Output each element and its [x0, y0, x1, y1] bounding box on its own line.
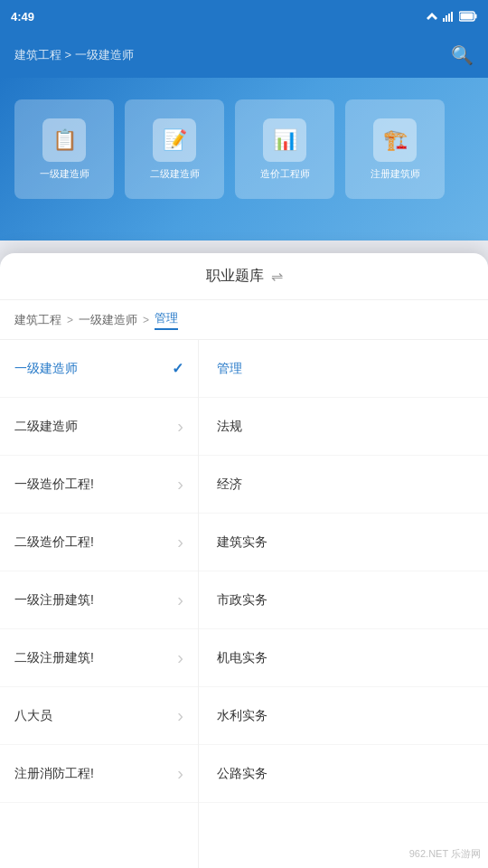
svg-rect-1	[443, 18, 445, 22]
left-item-text-3: 二级造价工程!	[14, 534, 177, 551]
battery-icon	[459, 11, 477, 22]
left-item-icon-4: ›	[177, 590, 183, 610]
right-item-text-1: 法规	[217, 419, 242, 435]
svg-marker-0	[427, 13, 437, 20]
left-item-text-0: 一级建造师	[14, 361, 172, 377]
hero-card-2[interactable]: 📝 二级建造师	[125, 99, 224, 199]
right-item-text-3: 建筑实务	[217, 534, 267, 551]
hero-cards-row: 📋 一级建造师 📝 二级建造师 📊 造价工程师 🏗️ 注册建筑师	[0, 78, 488, 206]
right-item-text-4: 市政实务	[217, 592, 267, 609]
hero-card-2-icon: 📝	[153, 118, 196, 162]
sheet-header: 职业题库 ⇌	[0, 253, 488, 300]
left-item-7[interactable]: 注册消防工程!›	[0, 745, 198, 803]
sheet-title: 职业题库	[206, 267, 264, 286]
left-item-icon-2: ›	[177, 474, 183, 495]
status-time: 4:49	[11, 10, 34, 24]
search-icon[interactable]: 🔍	[451, 44, 474, 66]
right-item-6[interactable]: 水利实务	[199, 687, 488, 745]
breadcrumb-sep-2: >	[143, 314, 149, 326]
right-item-0[interactable]: 管理	[199, 340, 488, 398]
hero-card-1[interactable]: 📋 一级建造师	[14, 99, 114, 199]
right-item-2[interactable]: 经济	[199, 456, 488, 514]
header-breadcrumb: 建筑工程 > 一级建造师	[14, 47, 134, 63]
left-item-6[interactable]: 八大员›	[0, 687, 198, 745]
swap-icon[interactable]: ⇌	[271, 268, 283, 285]
right-item-text-7: 公路实务	[217, 766, 267, 782]
app-header: 建筑工程 > 一级建造师 🔍	[0, 33, 488, 78]
left-item-text-6: 八大员	[14, 708, 177, 724]
hero-card-1-label: 一级建造师	[40, 167, 89, 181]
left-item-text-1: 二级建造师	[14, 419, 177, 435]
status-bar: 4:49	[0, 0, 488, 33]
svg-rect-2	[446, 15, 447, 22]
hero-card-3-icon: 📊	[263, 118, 306, 162]
hero-card-3[interactable]: 📊 造价工程师	[235, 99, 334, 199]
left-item-icon-0: ✓	[172, 360, 183, 377]
status-bar-left: 4:49	[11, 10, 34, 24]
left-item-text-4: 一级注册建筑!	[14, 592, 177, 609]
left-item-1[interactable]: 二级建造师›	[0, 398, 198, 456]
right-column: 管理法规经济建筑实务市政实务机电实务水利实务公路实务	[199, 340, 488, 868]
hero-card-4-icon: 🏗️	[373, 118, 417, 162]
hero-banner: 📋 一级建造师 📝 二级建造师 📊 造价工程师 🏗️ 注册建筑师	[0, 78, 488, 241]
left-item-icon-5: ›	[177, 647, 183, 668]
right-item-7[interactable]: 公路实务	[199, 745, 488, 803]
left-column: 一级建造师✓二级建造师›一级造价工程!›二级造价工程!›一级注册建筑!›二级注册…	[0, 340, 199, 868]
svg-rect-4	[451, 12, 453, 22]
left-item-icon-7: ›	[177, 763, 183, 784]
hero-card-4[interactable]: 🏗️ 注册建筑师	[345, 99, 445, 199]
breadcrumb: 建筑工程 > 一级建造师 > 管理	[0, 300, 488, 340]
left-item-0[interactable]: 一级建造师✓	[0, 340, 198, 398]
left-item-text-7: 注册消防工程!	[14, 766, 177, 782]
right-item-text-5: 机电实务	[217, 650, 267, 666]
left-item-5[interactable]: 二级注册建筑!›	[0, 629, 198, 687]
breadcrumb-sep-1: >	[67, 314, 73, 326]
right-item-text-6: 水利实务	[217, 708, 267, 724]
left-item-icon-1: ›	[177, 416, 183, 437]
breadcrumb-item-3[interactable]: 管理	[155, 310, 178, 330]
left-item-text-2: 一级造价工程!	[14, 476, 177, 493]
right-item-text-0: 管理	[217, 361, 242, 377]
right-item-4[interactable]: 市政实务	[199, 571, 488, 629]
svg-rect-3	[448, 14, 450, 22]
watermark: 962.NET 乐游网	[409, 847, 481, 861]
right-item-1[interactable]: 法规	[199, 398, 488, 456]
breadcrumb-item-2[interactable]: 一级建造师	[79, 312, 137, 328]
hero-card-1-icon: 📋	[42, 118, 86, 162]
left-item-2[interactable]: 一级造价工程!›	[0, 456, 198, 514]
svg-rect-6	[475, 14, 477, 19]
left-item-text-5: 二级注册建筑!	[14, 650, 177, 666]
breadcrumb-item-1[interactable]: 建筑工程	[14, 312, 61, 328]
status-bar-right	[425, 11, 477, 22]
hero-card-4-label: 注册建筑师	[371, 167, 420, 181]
svg-rect-7	[461, 14, 474, 20]
content-area: 一级建造师✓二级建造师›一级造价工程!›二级造价工程!›一级注册建筑!›二级注册…	[0, 340, 488, 868]
right-item-5[interactable]: 机电实务	[199, 629, 488, 687]
right-item-3[interactable]: 建筑实务	[199, 514, 488, 571]
bottom-sheet: 职业题库 ⇌ 建筑工程 > 一级建造师 > 管理 一级建造师✓二级建造师›一级造…	[0, 253, 488, 868]
wifi-icon	[425, 11, 439, 22]
hero-card-3-label: 造价工程师	[260, 167, 310, 181]
left-item-3[interactable]: 二级造价工程!›	[0, 514, 198, 571]
left-item-icon-6: ›	[177, 705, 183, 726]
hero-card-2-label: 二级建造师	[150, 167, 200, 181]
signal-icon	[443, 11, 455, 22]
left-item-icon-3: ›	[177, 532, 183, 552]
right-item-text-2: 经济	[217, 476, 242, 493]
left-item-4[interactable]: 一级注册建筑!›	[0, 571, 198, 629]
